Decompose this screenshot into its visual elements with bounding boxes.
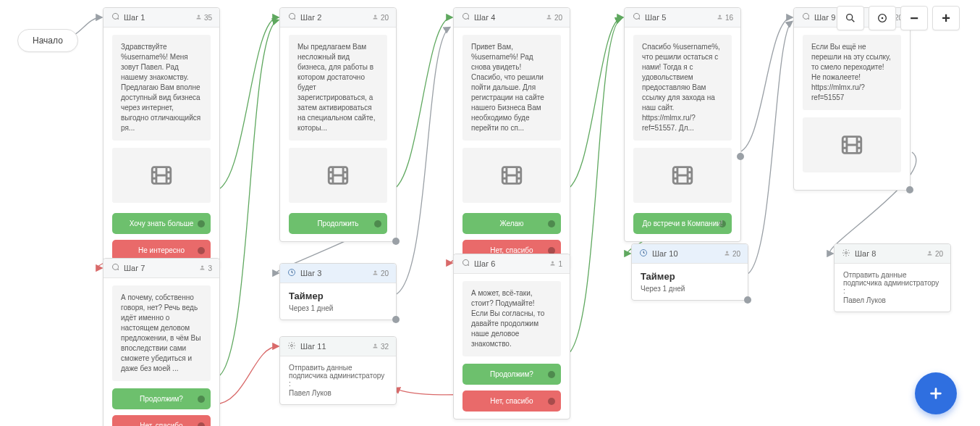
person-icon <box>199 264 206 272</box>
clock-icon <box>639 248 648 259</box>
step-count: 20 <box>381 14 389 22</box>
step-card-11[interactable]: Шаг 11 32 Отправить данные подписчика ад… <box>279 336 397 405</box>
step-count: 20 <box>554 14 562 22</box>
btn-label: Нет, спасибо <box>140 422 182 426</box>
message-text: Если Вы ещё не перешли на эту ссылку, то… <box>803 35 901 110</box>
out-port[interactable] <box>392 316 400 323</box>
step-count: 1 <box>558 260 562 268</box>
btn-label: Продолжим? <box>140 395 183 403</box>
person-icon <box>549 259 556 268</box>
step-card-6[interactable]: Шаг 6 1 А может, всё-таки, стоит? Подума… <box>453 254 570 419</box>
option-green[interactable]: Продолжим? <box>462 364 561 385</box>
out-port[interactable] <box>906 186 913 193</box>
out-port[interactable] <box>737 153 744 160</box>
center-button[interactable] <box>869 6 896 30</box>
btn-label: Продолжить <box>317 220 358 227</box>
step-title: Шаг 4 <box>474 13 495 22</box>
step-card-1[interactable]: Шаг 1 35 Здравствуйте %username%! Меня з… <box>103 7 220 269</box>
clock-icon <box>287 268 296 278</box>
step-title: Шаг 11 <box>300 342 326 351</box>
chat-icon <box>111 263 119 273</box>
step-header: Шаг 10 20 <box>632 244 748 264</box>
step-card-5[interactable]: Шаг 5 16 Спасибо %username%, что решили … <box>624 7 741 242</box>
step-count: 16 <box>725 14 733 22</box>
add-step-button[interactable] <box>915 372 957 414</box>
port <box>548 220 555 227</box>
timer-sub: Через 1 дней <box>641 285 739 293</box>
svg-point-6 <box>291 345 293 347</box>
person-icon <box>372 342 379 351</box>
timer-title: Таймер <box>641 271 739 282</box>
step-title: Шаг 1 <box>124 13 145 22</box>
port <box>548 247 555 254</box>
option-red[interactable]: Нет, спасибо <box>462 390 561 412</box>
step-count: 3 <box>208 264 212 272</box>
svg-point-9 <box>847 14 853 20</box>
search-button[interactable] <box>837 6 864 30</box>
target-icon <box>876 12 888 24</box>
message-text: А почему, собственно говоря, нет? Речь в… <box>112 285 211 381</box>
film-icon <box>499 163 524 188</box>
option-green[interactable]: Продолжить <box>289 213 387 234</box>
step-card-2[interactable]: Шаг 2 20 Мы предлагаем Вам несложный вид… <box>279 7 397 242</box>
message-text: Спасибо %username%, что решили остаться … <box>633 35 732 141</box>
chat-icon <box>111 12 119 22</box>
person-icon <box>926 249 933 258</box>
step-header: Шаг 7 3 <box>104 259 219 278</box>
step-header: Шаг 5 16 <box>625 8 740 28</box>
film-icon <box>670 163 695 188</box>
port <box>198 247 205 254</box>
step-title: Шаг 10 <box>652 249 678 258</box>
minus-icon: − <box>910 10 918 27</box>
step-card-4[interactable]: Шаг 4 20 Привет Вам, %username%! Рад сно… <box>453 7 570 269</box>
out-port[interactable] <box>744 296 751 304</box>
port <box>198 422 205 427</box>
option-red[interactable]: Нет, спасибо <box>112 415 211 426</box>
plus-icon <box>928 385 944 401</box>
media-thumb <box>112 148 211 203</box>
step-header: Шаг 2 20 <box>280 8 396 28</box>
media-thumb <box>633 148 732 203</box>
step-title: Шаг 9 <box>814 13 835 22</box>
step-count: 20 <box>381 270 389 277</box>
person-icon <box>372 13 379 22</box>
search-icon <box>845 12 856 24</box>
port <box>548 398 555 405</box>
film-icon <box>326 163 350 188</box>
person-icon <box>372 269 379 277</box>
step-header: Шаг 11 32 <box>280 337 396 356</box>
step-count: 32 <box>381 343 389 351</box>
step-count: 20 <box>732 250 740 258</box>
step-card-10[interactable]: Шаг 10 20 Таймер Через 1 дней <box>631 243 748 301</box>
action-text-2: Павел Луков <box>289 389 387 397</box>
option-green[interactable]: Хочу знать больше <box>112 213 211 234</box>
zoom-out-button[interactable]: − <box>900 6 928 30</box>
start-node[interactable]: Начало <box>17 29 78 52</box>
step-count: 20 <box>935 250 943 258</box>
out-port[interactable] <box>392 238 400 245</box>
step-title: Шаг 7 <box>124 264 145 272</box>
step-card-3[interactable]: Шаг 3 20 Таймер Через 1 дней <box>279 263 397 320</box>
step-title: Шаг 8 <box>855 249 876 258</box>
step-card-7[interactable]: Шаг 7 3 А почему, собственно говоря, нет… <box>103 258 220 426</box>
option-green[interactable]: Продолжим? <box>112 388 211 409</box>
zoom-in-button[interactable]: + <box>932 6 960 30</box>
toolbar: − + <box>837 6 960 30</box>
gear-icon <box>842 248 850 259</box>
step-card-9[interactable]: Шаг 9 20 Если Вы ещё не перешли на эту с… <box>793 7 911 191</box>
step-header: Шаг 6 1 <box>454 254 570 274</box>
option-green[interactable]: До встречи в Компании! <box>633 213 732 234</box>
film-icon <box>840 133 864 157</box>
option-green[interactable]: Желаю <box>462 213 561 234</box>
timer-title: Таймер <box>289 291 387 301</box>
action-text-1: Отправить данные подписчика администрато… <box>289 364 387 388</box>
film-icon <box>149 163 174 188</box>
svg-point-8 <box>845 252 848 254</box>
step-card-8[interactable]: Шаг 8 20 Отправить данные подписчика адм… <box>834 243 951 312</box>
media-thumb <box>462 148 561 203</box>
step-header: Шаг 3 20 <box>280 264 396 283</box>
chat-icon <box>461 259 470 269</box>
message-text: Здравствуйте %username%! Меня зовут Паве… <box>112 35 211 141</box>
plus-icon: + <box>942 10 950 27</box>
start-label: Начало <box>33 36 63 46</box>
